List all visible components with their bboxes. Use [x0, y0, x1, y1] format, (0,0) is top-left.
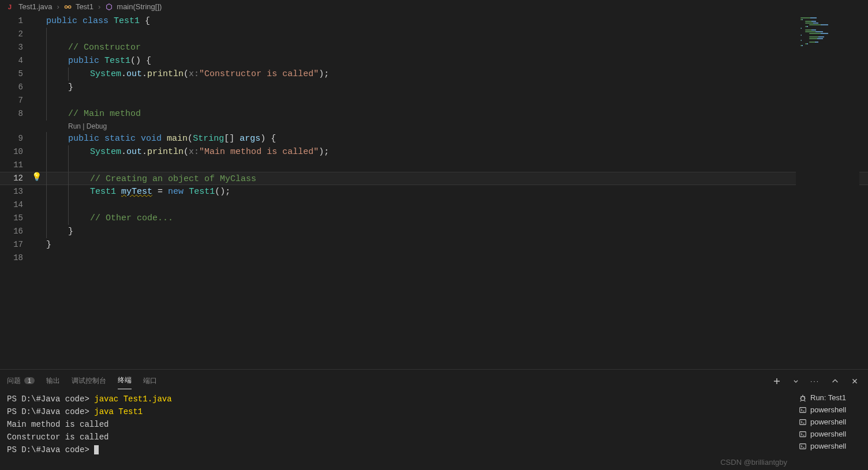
svg-rect-6	[800, 419, 806, 424]
svg-rect-5	[800, 407, 806, 412]
svg-rect-7	[800, 431, 806, 437]
code-line[interactable]	[46, 198, 868, 212]
bug-icon	[799, 394, 807, 402]
tab-debug-console[interactable]: 调试控制台	[72, 374, 106, 389]
code-line[interactable]: // Other code...	[46, 212, 868, 225]
line-number-gutter: 123456789101112131415161718	[0, 13, 35, 369]
terminal-output[interactable]: PS D:\#Java code> javac Test1.javaPS D:\…	[0, 389, 793, 470]
minimap[interactable]	[796, 13, 859, 369]
breadcrumb-method[interactable]: main(String[])	[117, 2, 162, 11]
code-line[interactable]: public static void main(String[] args) {	[46, 132, 868, 145]
terminal-icon	[799, 406, 807, 414]
chevron-right-icon: ›	[98, 2, 100, 11]
code-line[interactable]: }	[46, 238, 868, 251]
code-line[interactable]: public class Test1 {	[46, 14, 868, 28]
watermark: CSDN @brilliantgby	[720, 458, 787, 467]
class-icon	[64, 3, 72, 11]
tab-output[interactable]: 输出	[46, 374, 60, 389]
terminal-line: PS D:\#Java code>	[7, 443, 786, 456]
svg-rect-8	[800, 443, 806, 449]
code-line[interactable]: }	[46, 81, 868, 94]
codelens-run[interactable]: Run	[68, 122, 81, 130]
codelens-debug[interactable]: Debug	[87, 122, 107, 130]
breadcrumb: J Test1.java › Test1 › main(String[])	[0, 0, 868, 13]
code-line[interactable]: }	[46, 225, 868, 238]
code-line[interactable]: Test1 myTest = new Test1();	[46, 185, 868, 198]
terminal-list-item[interactable]: powershell	[796, 428, 865, 440]
java-file-icon: J	[7, 3, 15, 11]
terminal-line: Constructor is called	[7, 431, 786, 443]
terminal-icon	[799, 430, 807, 438]
terminal-dropdown-button[interactable]	[791, 377, 801, 385]
code-line[interactable]	[46, 28, 868, 41]
code-line[interactable]: public Test1() {	[46, 54, 868, 67]
code-line[interactable]: System.out.println(x:"Main method is cal…	[46, 145, 868, 159]
code-line[interactable]	[46, 251, 868, 265]
method-icon	[105, 3, 113, 11]
svg-text:J: J	[8, 3, 12, 10]
code-line[interactable]	[46, 94, 868, 107]
tab-problems[interactable]: 问题 1	[7, 374, 35, 389]
terminal-list-item[interactable]: powershell	[796, 404, 865, 416]
tab-ports[interactable]: 端口	[143, 374, 157, 389]
terminal-list-item[interactable]: Run: Test1	[796, 392, 865, 404]
svg-point-1	[65, 5, 67, 7]
svg-point-2	[68, 5, 70, 7]
terminal-list-item[interactable]: powershell	[796, 440, 865, 452]
code-line[interactable]: System.out.println(x:"Constructor is cal…	[46, 67, 868, 81]
panel-tab-bar: 问题 1 输出 调试控制台 终端 端口 ···	[0, 370, 868, 389]
code-editor[interactable]: 123456789101112131415161718 💡 public cla…	[0, 13, 868, 369]
terminal-line: Main method is called	[7, 418, 786, 431]
more-actions-button[interactable]: ···	[808, 376, 822, 386]
close-panel-button[interactable]	[848, 376, 861, 386]
glyph-margin: 💡	[35, 13, 46, 369]
terminal-list-item[interactable]: powershell	[796, 416, 865, 428]
terminal-icon	[799, 442, 807, 450]
terminal-icon	[799, 418, 807, 426]
code-line[interactable]: // Constructor	[46, 41, 868, 54]
new-terminal-button[interactable]	[770, 375, 784, 387]
code-area[interactable]: public class Test1 {// Constructorpublic…	[46, 13, 868, 369]
code-line[interactable]: // Main method	[46, 107, 868, 121]
bottom-panel: 问题 1 输出 调试控制台 终端 端口 ··· PS D:\#Java code…	[0, 369, 868, 470]
tab-terminal[interactable]: 终端	[118, 373, 132, 389]
breadcrumb-class[interactable]: Test1	[76, 2, 93, 11]
terminal-line: PS D:\#Java code> javac Test1.java	[7, 393, 786, 405]
breadcrumb-file[interactable]: Test1.java	[18, 2, 53, 11]
chevron-right-icon: ›	[57, 2, 59, 11]
terminal-list: Run: Test1powershellpowershellpowershell…	[793, 389, 868, 470]
code-line[interactable]: // Creating an object of MyClass	[0, 172, 868, 185]
maximize-panel-button[interactable]	[829, 376, 841, 386]
terminal-line: PS D:\#Java code> java Test1	[7, 405, 786, 418]
terminal-cursor	[94, 445, 99, 454]
problems-count-badge: 1	[24, 377, 35, 384]
code-line[interactable]	[46, 159, 868, 172]
